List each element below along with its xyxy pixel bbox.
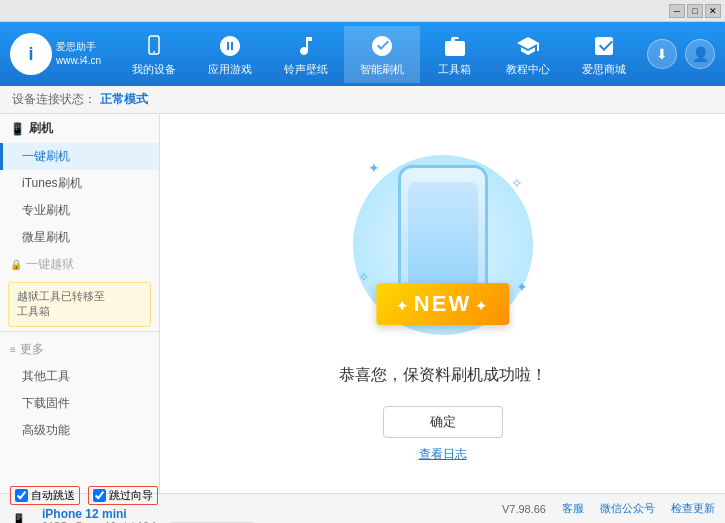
nav-ringtones[interactable]: 铃声壁纸 bbox=[268, 26, 344, 83]
status-value: 正常模式 bbox=[100, 91, 148, 108]
nav-smart-flash[interactable]: 智能刷机 bbox=[344, 26, 420, 83]
sidebar-item-itunes-flash[interactable]: iTunes刷机 bbox=[0, 170, 159, 197]
sidebar-item-download-firmware[interactable]: 下载固件 bbox=[0, 390, 159, 417]
bottom-right: V7.98.66 客服 微信公众号 检查更新 bbox=[502, 501, 715, 516]
success-text: 恭喜您，保资料刷机成功啦！ bbox=[339, 365, 547, 386]
nav-store[interactable]: 爱思商城 bbox=[566, 26, 642, 83]
sidebar-section-more: ≡ 更多 bbox=[0, 336, 159, 363]
nav-apps-games[interactable]: 应用游戏 bbox=[192, 26, 268, 83]
user-icon: 👤 bbox=[692, 46, 709, 62]
logo-icon: i bbox=[10, 33, 52, 75]
title-bar: ─ □ ✕ bbox=[0, 0, 725, 22]
tutorial-icon bbox=[514, 32, 542, 60]
smart-flash-icon bbox=[368, 32, 396, 60]
lock-icon: 🔒 bbox=[10, 259, 22, 270]
nav-my-device[interactable]: 我的设备 bbox=[116, 26, 192, 83]
success-illustration: ✦ ✧ ✦ ✧ NEW bbox=[343, 145, 543, 345]
bottom-left: 自动跳送 跳过向导 📱 iPhone 12 mini 64GB Down-12m… bbox=[10, 478, 254, 524]
download-icon: ⬇ bbox=[656, 46, 668, 62]
device-info: iPhone 12 mini 64GB Down-12mini-13,1 bbox=[42, 507, 157, 524]
wechat-link[interactable]: 微信公众号 bbox=[600, 501, 655, 516]
user-btn[interactable]: 👤 bbox=[685, 39, 715, 69]
sidebar-item-advanced[interactable]: 高级功能 bbox=[0, 417, 159, 444]
sidebar-item-one-click-flash[interactable]: 一键刷机 bbox=[0, 143, 159, 170]
skip-wizard-input[interactable] bbox=[93, 489, 106, 502]
nav-tutorial[interactable]: 教程中心 bbox=[490, 26, 566, 83]
svg-point-1 bbox=[153, 51, 155, 53]
sidebar-item-pro-flash[interactable]: 专业刷机 bbox=[0, 197, 159, 224]
maximize-btn[interactable]: □ bbox=[687, 4, 703, 18]
sparkle-icon-1: ✦ bbox=[368, 160, 380, 176]
sidebar-divider bbox=[0, 331, 159, 332]
content-area: ✦ ✧ ✦ ✧ NEW 恭喜您，保资料刷机成功啦！ 确定 查看日志 bbox=[160, 114, 725, 493]
status-label: 设备连接状态： bbox=[12, 91, 96, 108]
sidebar-locked-jailbreak: 🔒 一键越狱 bbox=[0, 251, 159, 278]
sparkle-icon-4: ✧ bbox=[358, 269, 370, 285]
header: i 爱思助手 www.i4.cn 我的设备 应用游戏 铃声壁纸 bbox=[0, 22, 725, 86]
sidebar-section-flash: 📱 刷机 bbox=[0, 114, 159, 143]
view-log-link[interactable]: 查看日志 bbox=[419, 446, 467, 463]
download-btn[interactable]: ⬇ bbox=[647, 39, 677, 69]
store-icon bbox=[590, 32, 618, 60]
toolbox-icon bbox=[441, 32, 469, 60]
main-layout: 📱 刷机 一键刷机 iTunes刷机 专业刷机 微星刷机 🔒 一键越狱 越狱工具… bbox=[0, 114, 725, 493]
version-label: V7.98.66 bbox=[502, 503, 546, 515]
new-badge: NEW bbox=[376, 283, 509, 325]
more-section-icon: ≡ bbox=[10, 344, 16, 355]
my-device-icon bbox=[140, 32, 168, 60]
phone-screen bbox=[408, 182, 478, 297]
sparkle-icon-3: ✦ bbox=[516, 279, 528, 295]
auto-send-checkbox[interactable]: 自动跳送 bbox=[10, 486, 80, 505]
customer-service-link[interactable]: 客服 bbox=[562, 501, 584, 516]
bottom-bar: 自动跳送 跳过向导 📱 iPhone 12 mini 64GB Down-12m… bbox=[0, 493, 725, 523]
auto-send-input[interactable] bbox=[15, 489, 28, 502]
flash-section-icon: 📱 bbox=[10, 122, 25, 136]
nav-toolbox[interactable]: 工具箱 bbox=[420, 26, 490, 83]
header-actions: ⬇ 👤 bbox=[647, 39, 715, 69]
skip-wizard-checkbox[interactable]: 跳过向导 bbox=[88, 486, 158, 505]
minimize-btn[interactable]: ─ bbox=[669, 4, 685, 18]
sidebar-item-other-tools[interactable]: 其他工具 bbox=[0, 363, 159, 390]
sparkle-icon-2: ✧ bbox=[511, 175, 523, 191]
check-update-link[interactable]: 检查更新 bbox=[671, 501, 715, 516]
nav-bar: 我的设备 应用游戏 铃声壁纸 智能刷机 工具箱 bbox=[110, 26, 647, 83]
close-btn[interactable]: ✕ bbox=[705, 4, 721, 18]
status-bar: 设备连接状态： 正常模式 bbox=[0, 86, 725, 114]
sidebar: 📱 刷机 一键刷机 iTunes刷机 专业刷机 微星刷机 🔒 一键越狱 越狱工具… bbox=[0, 114, 160, 493]
notice-box: 越狱工具已转移至工具箱 bbox=[8, 282, 151, 327]
apps-games-icon bbox=[216, 32, 244, 60]
sidebar-item-micro-flash[interactable]: 微星刷机 bbox=[0, 224, 159, 251]
ringtones-icon bbox=[292, 32, 320, 60]
logo-text: 爱思助手 www.i4.cn bbox=[56, 40, 101, 68]
device-icon: 📱 bbox=[12, 513, 26, 524]
confirm-button[interactable]: 确定 bbox=[383, 406, 503, 438]
logo-area: i 爱思助手 www.i4.cn bbox=[10, 33, 110, 75]
